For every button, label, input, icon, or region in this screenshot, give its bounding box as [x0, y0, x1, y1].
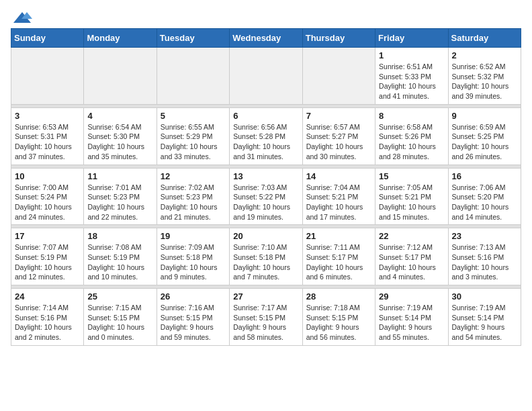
calendar-cell: 3Sunrise: 6:53 AM Sunset: 5:31 PM Daylig…	[11, 107, 84, 165]
calendar-cell: 8Sunrise: 6:58 AM Sunset: 5:26 PM Daylig…	[375, 107, 448, 165]
weekday-header-saturday: Saturday	[448, 29, 521, 48]
calendar-cell	[302, 48, 375, 105]
calendar-cell: 9Sunrise: 6:59 AM Sunset: 5:25 PM Daylig…	[448, 107, 521, 165]
weekday-header-row: SundayMondayTuesdayWednesdayThursdayFrid…	[11, 29, 521, 48]
day-number: 15	[379, 171, 444, 181]
day-number: 25	[87, 291, 152, 302]
day-info: Sunrise: 7:04 AM Sunset: 5:21 PM Dayligh…	[306, 183, 371, 222]
day-info: Sunrise: 7:02 AM Sunset: 5:23 PM Dayligh…	[161, 183, 226, 222]
day-number: 27	[233, 291, 298, 302]
day-number: 17	[15, 231, 80, 241]
day-number: 3	[15, 111, 80, 121]
header	[11, 11, 521, 24]
calendar-cell	[11, 48, 84, 105]
day-info: Sunrise: 7:03 AM Sunset: 5:22 PM Dayligh…	[233, 183, 298, 222]
week-row-5: 24Sunrise: 7:14 AM Sunset: 5:16 PM Dayli…	[11, 289, 521, 346]
calendar-cell: 21Sunrise: 7:11 AM Sunset: 5:17 PM Dayli…	[302, 228, 375, 285]
calendar-cell: 5Sunrise: 6:55 AM Sunset: 5:29 PM Daylig…	[157, 107, 229, 165]
day-info: Sunrise: 7:19 AM Sunset: 5:14 PM Dayligh…	[452, 303, 517, 342]
day-number: 24	[15, 291, 80, 302]
day-info: Sunrise: 6:56 AM Sunset: 5:28 PM Dayligh…	[233, 122, 298, 162]
calendar-cell: 26Sunrise: 7:16 AM Sunset: 5:15 PM Dayli…	[157, 289, 229, 346]
calendar-cell: 2Sunrise: 6:52 AM Sunset: 5:32 PM Daylig…	[448, 48, 521, 105]
day-number: 14	[306, 171, 371, 181]
day-info: Sunrise: 7:19 AM Sunset: 5:14 PM Dayligh…	[379, 303, 444, 342]
day-number: 2	[452, 50, 517, 60]
calendar-cell: 18Sunrise: 7:08 AM Sunset: 5:19 PM Dayli…	[84, 228, 157, 285]
day-info: Sunrise: 6:53 AM Sunset: 5:31 PM Dayligh…	[15, 122, 80, 162]
day-number: 6	[233, 111, 298, 121]
day-number: 18	[87, 231, 152, 241]
calendar-cell: 14Sunrise: 7:04 AM Sunset: 5:21 PM Dayli…	[302, 168, 375, 225]
day-info: Sunrise: 7:18 AM Sunset: 5:15 PM Dayligh…	[306, 303, 371, 342]
logo-icon	[12, 11, 32, 24]
day-info: Sunrise: 6:54 AM Sunset: 5:30 PM Dayligh…	[87, 122, 152, 162]
calendar-cell: 22Sunrise: 7:12 AM Sunset: 5:17 PM Dayli…	[375, 228, 448, 285]
day-number: 19	[161, 231, 226, 241]
calendar-cell: 28Sunrise: 7:18 AM Sunset: 5:15 PM Dayli…	[302, 289, 375, 346]
day-info: Sunrise: 6:52 AM Sunset: 5:32 PM Dayligh…	[452, 62, 517, 101]
week-row-4: 17Sunrise: 7:07 AM Sunset: 5:19 PM Dayli…	[11, 228, 521, 285]
calendar-cell	[230, 48, 302, 105]
calendar-cell: 10Sunrise: 7:00 AM Sunset: 5:24 PM Dayli…	[11, 168, 84, 225]
day-number: 5	[161, 111, 226, 121]
day-number: 20	[233, 231, 298, 241]
weekday-header-friday: Friday	[375, 29, 448, 48]
calendar-table: SundayMondayTuesdayWednesdayThursdayFrid…	[11, 28, 521, 346]
day-number: 8	[379, 111, 444, 121]
calendar-cell: 27Sunrise: 7:17 AM Sunset: 5:15 PM Dayli…	[230, 289, 302, 346]
week-row-2: 3Sunrise: 6:53 AM Sunset: 5:31 PM Daylig…	[11, 107, 521, 165]
day-number: 16	[452, 171, 517, 181]
weekday-header-wednesday: Wednesday	[230, 29, 302, 48]
day-info: Sunrise: 6:51 AM Sunset: 5:33 PM Dayligh…	[379, 62, 444, 101]
day-info: Sunrise: 6:58 AM Sunset: 5:26 PM Dayligh…	[379, 122, 444, 162]
calendar-cell: 16Sunrise: 7:06 AM Sunset: 5:20 PM Dayli…	[448, 168, 521, 225]
day-info: Sunrise: 7:16 AM Sunset: 5:15 PM Dayligh…	[161, 303, 226, 342]
day-info: Sunrise: 7:06 AM Sunset: 5:20 PM Dayligh…	[452, 183, 517, 222]
day-info: Sunrise: 6:57 AM Sunset: 5:27 PM Dayligh…	[306, 122, 371, 162]
day-number: 11	[87, 171, 152, 181]
weekday-header-tuesday: Tuesday	[157, 29, 229, 48]
calendar-cell: 20Sunrise: 7:10 AM Sunset: 5:18 PM Dayli…	[230, 228, 302, 285]
calendar-cell: 25Sunrise: 7:15 AM Sunset: 5:15 PM Dayli…	[84, 289, 157, 346]
day-number: 13	[233, 171, 298, 181]
calendar-cell: 11Sunrise: 7:01 AM Sunset: 5:23 PM Dayli…	[84, 168, 157, 225]
calendar-cell: 29Sunrise: 7:19 AM Sunset: 5:14 PM Dayli…	[375, 289, 448, 346]
calendar-cell: 4Sunrise: 6:54 AM Sunset: 5:30 PM Daylig…	[84, 107, 157, 165]
day-number: 29	[379, 291, 444, 302]
day-number: 12	[161, 171, 226, 181]
calendar-cell: 23Sunrise: 7:13 AM Sunset: 5:16 PM Dayli…	[448, 228, 521, 285]
day-number: 28	[306, 291, 371, 302]
calendar-cell: 7Sunrise: 6:57 AM Sunset: 5:27 PM Daylig…	[302, 107, 375, 165]
day-info: Sunrise: 6:59 AM Sunset: 5:25 PM Dayligh…	[452, 122, 517, 162]
week-row-3: 10Sunrise: 7:00 AM Sunset: 5:24 PM Dayli…	[11, 168, 521, 225]
weekday-header-thursday: Thursday	[302, 29, 375, 48]
day-info: Sunrise: 7:01 AM Sunset: 5:23 PM Dayligh…	[87, 183, 152, 222]
calendar-cell	[157, 48, 229, 105]
calendar-cell: 19Sunrise: 7:09 AM Sunset: 5:18 PM Dayli…	[157, 228, 229, 285]
day-info: Sunrise: 7:00 AM Sunset: 5:24 PM Dayligh…	[15, 183, 80, 222]
day-number: 10	[15, 171, 80, 181]
day-info: Sunrise: 7:17 AM Sunset: 5:15 PM Dayligh…	[233, 303, 298, 342]
day-number: 30	[452, 291, 517, 302]
day-info: Sunrise: 7:15 AM Sunset: 5:15 PM Dayligh…	[87, 303, 152, 342]
day-number: 22	[379, 231, 444, 241]
day-info: Sunrise: 7:07 AM Sunset: 5:19 PM Dayligh…	[15, 242, 80, 282]
weekday-header-monday: Monday	[84, 29, 157, 48]
day-info: Sunrise: 6:55 AM Sunset: 5:29 PM Dayligh…	[161, 122, 226, 162]
day-number: 4	[87, 111, 152, 121]
day-info: Sunrise: 7:09 AM Sunset: 5:18 PM Dayligh…	[161, 242, 226, 282]
day-info: Sunrise: 7:12 AM Sunset: 5:17 PM Dayligh…	[379, 242, 444, 282]
day-number: 21	[306, 231, 371, 241]
calendar-cell: 12Sunrise: 7:02 AM Sunset: 5:23 PM Dayli…	[157, 168, 229, 225]
logo	[11, 11, 32, 24]
day-info: Sunrise: 7:11 AM Sunset: 5:17 PM Dayligh…	[306, 242, 371, 282]
calendar-cell: 24Sunrise: 7:14 AM Sunset: 5:16 PM Dayli…	[11, 289, 84, 346]
calendar-cell: 6Sunrise: 6:56 AM Sunset: 5:28 PM Daylig…	[230, 107, 302, 165]
day-number: 7	[306, 111, 371, 121]
calendar-cell: 30Sunrise: 7:19 AM Sunset: 5:14 PM Dayli…	[448, 289, 521, 346]
day-number: 9	[452, 111, 517, 121]
calendar-cell: 15Sunrise: 7:05 AM Sunset: 5:21 PM Dayli…	[375, 168, 448, 225]
calendar-cell: 1Sunrise: 6:51 AM Sunset: 5:33 PM Daylig…	[375, 48, 448, 105]
week-row-1: 1Sunrise: 6:51 AM Sunset: 5:33 PM Daylig…	[11, 48, 521, 105]
